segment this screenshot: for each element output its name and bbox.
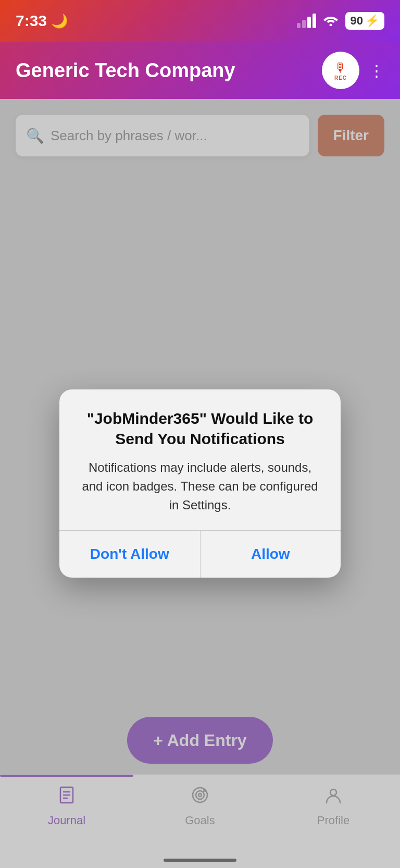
- battery-indicator: 90 ⚡: [345, 12, 384, 30]
- rec-button[interactable]: 🎙 REC: [322, 52, 359, 89]
- time-display: 7:33: [16, 12, 47, 30]
- status-time: 7:33 🌙: [16, 12, 68, 30]
- more-icon[interactable]: ⋮: [369, 62, 384, 80]
- dialog-message: Notifications may include alerts, sounds…: [78, 458, 322, 515]
- dialog-title: "JobMinder365" Would Like to Send You No…: [78, 408, 322, 449]
- mic-icon: 🎙: [334, 60, 347, 75]
- moon-icon: 🌙: [51, 13, 68, 29]
- allow-button[interactable]: Allow: [201, 531, 341, 578]
- dont-allow-button[interactable]: Don't Allow: [59, 531, 201, 578]
- signal-icon: [297, 14, 316, 28]
- battery-level: 90: [351, 14, 363, 28]
- header-actions: 🎙 REC ⋮: [322, 52, 384, 89]
- dialog-actions: Don't Allow Allow: [59, 531, 341, 578]
- rec-label: REC: [334, 75, 347, 81]
- status-bar: 7:33 🌙 90 ⚡: [0, 0, 400, 42]
- app-title: Generic Tech Company: [16, 59, 235, 82]
- svg-point-0: [329, 24, 332, 27]
- app-header: Generic Tech Company 🎙 REC ⋮: [0, 42, 400, 99]
- status-right: 90 ⚡: [297, 12, 384, 30]
- notification-dialog: "JobMinder365" Would Like to Send You No…: [59, 389, 341, 578]
- dialog-overlay: "JobMinder365" Would Like to Send You No…: [0, 99, 400, 868]
- dialog-body: "JobMinder365" Would Like to Send You No…: [59, 389, 341, 530]
- wifi-icon: [322, 14, 339, 28]
